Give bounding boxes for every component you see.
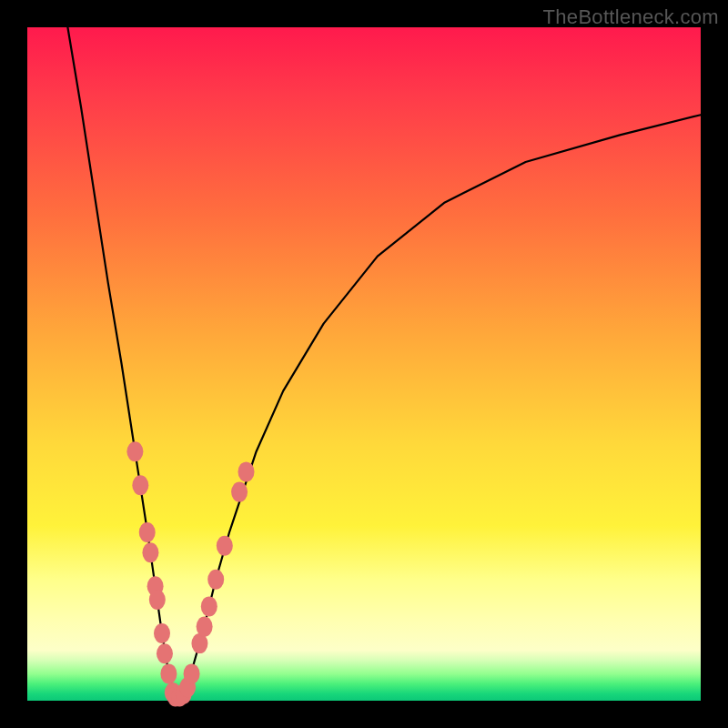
curve-marker — [139, 522, 156, 542]
chart-svg — [27, 27, 701, 701]
curve-marker — [142, 542, 158, 562]
curve-marker — [132, 475, 148, 495]
curve-marker — [154, 623, 170, 643]
curve-marker — [157, 643, 173, 663]
curve-marker — [201, 596, 217, 616]
watermark-text: TheBottleneck.com — [543, 5, 719, 29]
curve-marker — [149, 590, 166, 610]
curve-marker — [231, 482, 248, 502]
curve-marker — [197, 617, 213, 637]
curve-marker — [207, 570, 224, 590]
chart-frame: TheBottleneck.com — [0, 0, 728, 728]
curve-marker — [217, 536, 233, 556]
highlighted-points-group — [126, 441, 254, 706]
curve-marker — [126, 441, 143, 461]
curve-marker — [238, 461, 255, 481]
curve-marker — [184, 663, 200, 683]
curve-marker — [160, 663, 177, 683]
